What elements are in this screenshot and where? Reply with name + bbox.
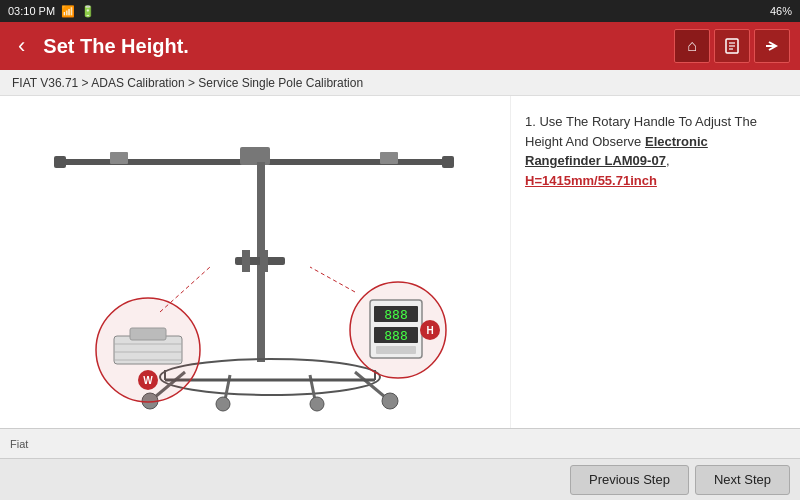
battery-icon: 🔋: [81, 5, 95, 18]
home-button[interactable]: ⌂: [674, 29, 710, 63]
svg-text:W: W: [143, 375, 153, 386]
svg-rect-7: [442, 156, 454, 168]
brand-label: Fiat: [10, 438, 28, 450]
svg-text:H: H: [426, 325, 433, 336]
svg-rect-10: [380, 152, 398, 164]
breadcrumb-text: FIAT V36.71 > ADAS Calibration > Service…: [12, 76, 363, 90]
svg-text:888: 888: [384, 307, 407, 322]
svg-rect-6: [54, 156, 66, 168]
bottom-bar: Fiat: [0, 428, 800, 458]
svg-rect-9: [110, 152, 128, 164]
time-display: 03:10 PM: [8, 5, 55, 17]
doc-button[interactable]: [714, 29, 750, 63]
battery-percent: 46%: [770, 5, 792, 17]
main-content: W 888 888 H 1. Use The Rotary Handle To …: [0, 96, 800, 428]
calibration-diagram: W 888 888 H: [10, 102, 500, 422]
nav-buttons: Previous Step Next Step: [0, 458, 800, 500]
svg-point-23: [216, 397, 230, 411]
svg-point-25: [382, 393, 398, 409]
svg-line-36: [160, 267, 210, 312]
instruction-text: 1. Use The Rotary Handle To Adjust The H…: [525, 112, 786, 190]
svg-rect-13: [242, 250, 250, 272]
svg-rect-44: [376, 346, 416, 354]
status-left: 03:10 PM 📶 🔋: [8, 5, 95, 18]
svg-line-47: [310, 267, 355, 292]
instruction-step: 1. Use The Rotary Handle To Adjust The H…: [525, 114, 757, 149]
header-icons: ⌂: [674, 29, 790, 63]
page-title: Set The Height.: [43, 35, 664, 58]
instructions-area: 1. Use The Rotary Handle To Adjust The H…: [510, 96, 800, 428]
next-step-button[interactable]: Next Step: [695, 465, 790, 495]
svg-text:888: 888: [384, 328, 407, 343]
instruction-height: H=1415mm/55.71inch: [525, 173, 657, 188]
status-bar: 03:10 PM 📶 🔋 46%: [0, 0, 800, 22]
share-button[interactable]: [754, 29, 790, 63]
instruction-separator: ,: [666, 153, 670, 168]
svg-rect-8: [240, 147, 270, 165]
svg-rect-33: [130, 328, 166, 340]
previous-step-button[interactable]: Previous Step: [570, 465, 689, 495]
breadcrumb: FIAT V36.71 > ADAS Calibration > Service…: [0, 70, 800, 96]
diagram-area: W 888 888 H: [0, 96, 510, 428]
svg-point-24: [310, 397, 324, 411]
signal-icon: 📶: [61, 5, 75, 18]
svg-rect-14: [260, 250, 268, 272]
status-right: 46%: [770, 5, 792, 17]
back-button[interactable]: ‹: [10, 29, 33, 63]
header: ‹ Set The Height. ⌂: [0, 22, 800, 70]
